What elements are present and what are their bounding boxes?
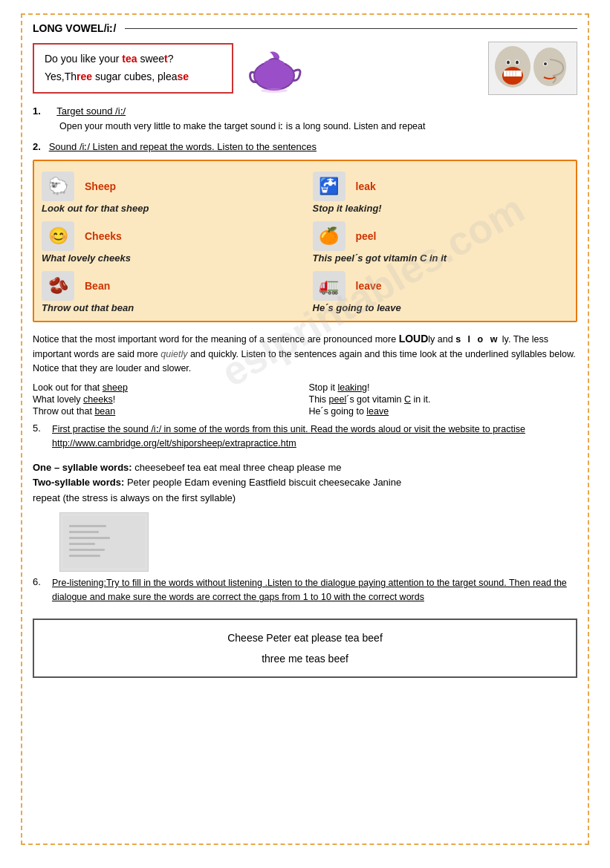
leak-word: leak: [356, 180, 376, 192]
vocab-item-leak: 🚰 leak Stop it leaking!: [313, 172, 569, 214]
svg-rect-25: [69, 555, 100, 557]
sentence-right-3: He´s going to leave: [309, 406, 578, 417]
section-2: 2. Sound /iː/ Listen and repeat the word…: [33, 141, 577, 152]
word-box-line2: three me teas beef: [48, 648, 562, 669]
vocab-item-bean: 🫘 Bean Throw out that bean: [42, 271, 298, 313]
svg-rect-24: [69, 549, 105, 551]
sentence-left-1: Look out for that sheep: [33, 382, 302, 393]
section-1: 1. Target sound /iː/ Open your mouth ver…: [33, 105, 577, 134]
sentence-right-2: This peel´s got vitamin C in it.: [309, 394, 578, 405]
section-1-title: Target sound /iː/: [56, 105, 126, 117]
cheeks-icon: 😊: [42, 221, 74, 251]
vocab-box: 🐑 Sheep Look out for that sheep 🚰 leak S…: [33, 160, 577, 322]
sentence-right-1: Stop it leaking!: [309, 382, 578, 393]
section-5-text: First practise the sound /iː/ in some of…: [52, 422, 577, 451]
page-title: LONG VOWEL/iː/: [33, 22, 116, 34]
loud-text: LOUD: [399, 333, 429, 345]
worksheet-image: [59, 512, 149, 572]
cheeks-word: Cheeks: [85, 230, 122, 242]
please-word: se: [178, 71, 189, 82]
tea-word: tea: [122, 53, 137, 65]
word-box: Cheese Peter eat please tea beef three m…: [33, 619, 577, 678]
notice-paragraph: Notice that the most important word for …: [33, 331, 577, 376]
vocab-item-cheeks: 😊 Cheeks What lovely cheeks: [42, 221, 298, 264]
peel-word: peel: [356, 230, 377, 242]
svg-point-3: [264, 59, 285, 68]
sheep-sentence: Look out for that sheep: [42, 203, 149, 214]
svg-rect-20: [69, 525, 106, 527]
two-syllable-words: Peter people Edam evening Eastfield bisc…: [127, 477, 401, 488]
leave-icon: 🚛: [313, 271, 345, 301]
leave-sentence: He´s going to leave: [313, 302, 401, 313]
peel-sentence: This peel´s got vitamin C in it: [313, 252, 447, 264]
vocab-item-sheep: 🐑 Sheep Look out for that sheep: [42, 172, 298, 214]
vocab-item-peel: 🍊 peel This peel´s got vitamin C in it: [313, 221, 569, 264]
slow-text: s l o w: [455, 334, 499, 345]
three-word: ree: [77, 71, 92, 82]
bean-sentence: Throw out that bean: [42, 302, 134, 313]
tea-phrase-box: Do you like your tea sweet? Yes,Three su…: [33, 43, 233, 94]
face-image: [488, 42, 577, 95]
one-syllable-label: One – syllable words:: [33, 462, 132, 473]
svg-rect-19: [63, 516, 145, 568]
svg-point-15: [516, 60, 519, 64]
page-title-line: LONG VOWEL/iː/: [33, 22, 577, 34]
section-1-header: 1. Target sound /iː/: [33, 105, 577, 117]
vocab-grid: 🐑 Sheep Look out for that sheep 🚰 leak S…: [42, 172, 568, 313]
leave-word: leave: [356, 280, 382, 292]
section-1-body: Open your mouth very little to make the …: [59, 120, 577, 134]
svg-point-13: [507, 60, 510, 64]
sentence-grid: Look out for that sheep Stop it leaking!…: [33, 382, 577, 417]
sentence-left-3: Throw out that bean: [33, 406, 302, 417]
leak-icon: 🚰: [313, 172, 345, 201]
quiet-text: quietly: [160, 349, 187, 359]
section-2-header: 2. Sound /iː/ Listen and repeat the word…: [33, 141, 577, 152]
peel-icon: 🍊: [313, 221, 345, 251]
vocab-item-leave: 🚛 leave He´s going to leave: [313, 271, 569, 313]
svg-rect-23: [69, 543, 95, 545]
section-5: 5. First practise the sound /iː/ in some…: [33, 422, 577, 456]
sweet-word: t: [164, 53, 168, 65]
syllable-section: One – syllable words: cheesebeef tea eat…: [33, 460, 577, 506]
sheep-icon: 🐑: [42, 172, 74, 201]
word-box-line1: Cheese Peter eat please tea beef: [48, 627, 562, 648]
one-syllable-line: One – syllable words: cheesebeef tea eat…: [33, 460, 577, 476]
svg-rect-21: [69, 531, 99, 533]
leak-sentence: Stop it leaking!: [313, 203, 382, 214]
title-underline: [125, 28, 577, 29]
cambridge-link[interactable]: http://www.cambridge.org/elt/shiporsheep…: [52, 438, 296, 448]
section-6-text: Pre-listening:Try to fill in the words w…: [52, 576, 577, 605]
svg-point-16: [533, 48, 566, 86]
intro-section: Do you like your tea sweet? Yes,Three su…: [33, 42, 577, 95]
two-syllable-line: Two-syllable words: Peter people Edam ev…: [33, 475, 577, 491]
bean-word: Bean: [85, 280, 110, 292]
two-syllable-extra: repeat (the stress is always on the firs…: [33, 491, 577, 506]
section-6: 6. Pre-listening:Try to fill in the word…: [33, 576, 577, 613]
two-syllable-label: Two-syllable words:: [33, 477, 124, 488]
sentence-left-2: What lovely cheeks!: [33, 394, 302, 405]
one-syllable-words: cheesebeef tea eat meal three cheap plea…: [134, 462, 341, 473]
sheep-word: Sheep: [85, 180, 116, 192]
bean-icon: 🫘: [42, 271, 74, 301]
cheeks-sentence: What lovely cheeks: [42, 252, 131, 264]
section-2-title: Sound /iː/ Listen and repeat the words. …: [49, 141, 317, 152]
teapot-image: [247, 43, 306, 94]
svg-point-4: [261, 88, 288, 93]
svg-rect-22: [69, 537, 110, 539]
svg-point-18: [544, 62, 547, 65]
